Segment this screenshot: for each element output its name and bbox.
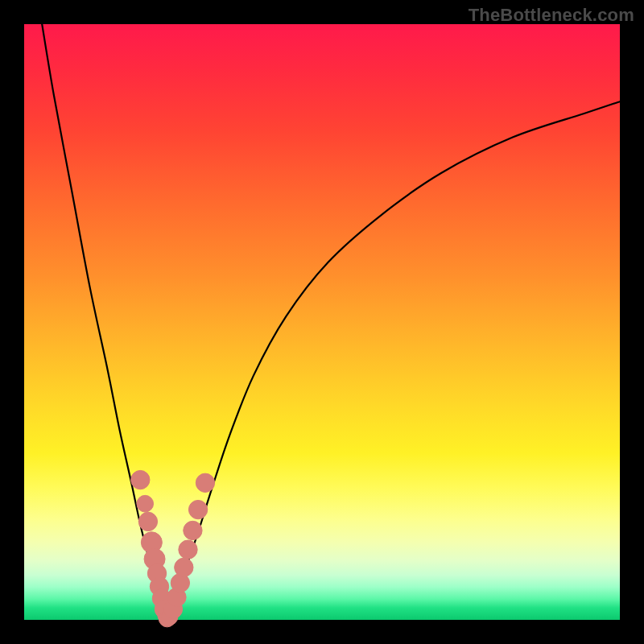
highlight-dot: [184, 521, 202, 539]
highlight-dot: [188, 500, 207, 518]
highlight-dot: [179, 540, 197, 559]
right-curve: [167, 101, 620, 620]
highlight-dots: [131, 470, 215, 626]
watermark-text: TheBottleneck.com: [469, 5, 634, 26]
highlight-dot: [196, 473, 214, 492]
highlight-dot: [137, 495, 154, 512]
highlight-dot: [175, 558, 193, 576]
plot-area: [24, 24, 620, 620]
chart-frame: TheBottleneck.com: [0, 0, 644, 644]
highlight-dot: [131, 470, 150, 489]
chart-svg: [24, 24, 620, 620]
highlight-dot: [138, 512, 157, 530]
